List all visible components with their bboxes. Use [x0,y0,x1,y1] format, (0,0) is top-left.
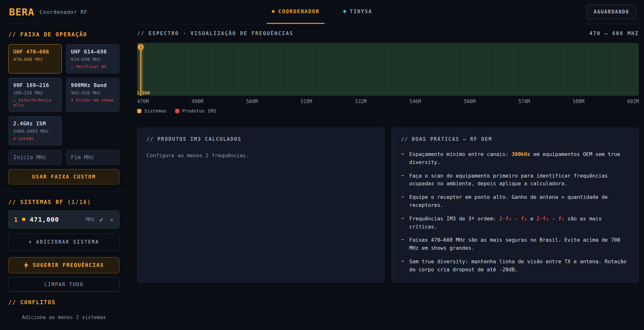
app-logo: BERA [9,6,34,18]
range-start-input[interactable] [8,150,62,165]
legend-label: Sistemas [144,108,167,113]
system-unit: MHz [86,217,95,222]
arrow-right-icon: → [401,258,409,274]
axis-tick: 504M [246,99,258,104]
brand: BERA Coordenador RF [9,0,88,24]
gridline [162,43,163,96]
tab-label: TINYSA [350,8,372,15]
gridline [363,43,363,96]
conflitos-empty-message: Adicione ao menos 2 sistemas [8,315,119,320]
gridline [589,43,589,96]
band-card-24ghz-ism[interactable]: 2.4GHz ISM 2400–2483 MHz ✗ Lotado [8,116,62,145]
gridline [438,43,439,96]
divider [0,292,128,292]
band-card-uhf-470-608[interactable]: UHF 470–608 470–608 MHz [8,44,62,73]
practice-item: →Espaçamento mínimo entre canais: 300kHz… [401,150,630,167]
im3-panel-heading: // PRODUTOS IM3 CALCULADOS [147,136,375,142]
band-card-900mhz[interactable]: 900MHz Band 902–928 MHz ✗ Evitar em show… [66,78,119,112]
status-button[interactable]: AGUARDANDO [587,5,636,19]
sidebar: // FAIXA DE OPERAÇÃO UHF 470–608 470–608… [0,24,128,330]
practice-text: Faça o scan do equipamento primeiro para… [409,172,630,188]
im3-empty-message: Configure ao menos 2 frequências. [147,152,375,159]
band-name: VHF 169–216 [13,82,57,88]
range-end-input[interactable] [66,150,119,165]
lightning-icon [24,262,29,268]
practice-text: Espaçamento mínimo entre canais: 300kHz … [409,150,630,167]
practice-item: →Equipe o receptor em ponto alto. Ganho … [401,193,630,209]
axis-tick: 518M [300,99,312,104]
axis-tick: 546M [409,99,421,104]
band-name: UHF 470–608 [13,49,57,55]
spectrum-axis: 476M490M504M518M532M546M560M574M588M602M [137,99,639,104]
gridline [514,43,514,96]
practice-text: Faixas 470–608 MHz são as mais seguras n… [409,236,630,252]
band-status: ⚠ Verificar 4G [71,64,115,69]
axis-tick: 490M [192,99,203,104]
confirm-system-button[interactable]: ✓ [99,215,104,224]
axis-tick: 532M [355,99,366,104]
band-range: 169–216 MHz [13,90,57,95]
band-card-uhf-614-698[interactable]: UHF 614–698 614–698 MHz ⚠ Verificar 4G [66,44,119,73]
band-status: ✗ Lotado [13,136,57,141]
practice-text: Equipe o receptor em ponto alto. Ganho d… [409,193,630,209]
conflitos-heading: // CONFLITOS [8,299,119,306]
spectrum-legend: SistemasProdutos IM3 [137,108,639,113]
practice-item: →Faça o scan do equipamento primeiro par… [401,172,630,188]
gridline [213,43,213,96]
arrow-right-icon: → [401,236,409,252]
gridline [288,43,288,96]
suggest-frequencies-label: SUGERIR FREQUÊNCIAS [33,262,104,268]
legend-swatch-icon [137,109,141,113]
practice-text: Sem true diversity: mantenha linha de vi… [409,258,630,274]
band-name: 900MHz Band [71,82,115,88]
gridline [413,43,413,96]
axis-tick: 560M [464,99,476,104]
sistemas-count: (1/16) [68,199,91,205]
sistemas-heading-text: // SISTEMAS RF [8,199,63,205]
best-practices-list: →Espaçamento mínimo entre canais: 300kHz… [401,150,630,274]
marker-line [140,49,141,96]
main-content: // ESPECTRO · VISUALIZAÇÃO DE FREQUÊNCIA… [128,24,644,330]
system-index: 1 [14,216,18,223]
conflitos-section: // CONFLITOS Adicione ao menos 2 sistema… [8,292,119,326]
panels-row: // PRODUTOS IM3 CALCULADOS Configure ao … [137,128,639,283]
legend-item: Produtos IM3 [175,108,216,113]
remove-system-button[interactable]: ✕ [109,216,114,223]
tab-coordenador[interactable]: COORDENADOR [267,0,325,24]
band-range: 614–698 MHz [71,57,115,62]
axis-tick: 476M [137,99,149,104]
gridline [263,43,263,96]
gridline [614,43,614,96]
best-practices-panel: // BOAS PRÁTICAS — RF OEM →Espaçamento m… [392,128,639,283]
gridline [564,43,564,96]
arrow-right-icon: → [401,193,409,209]
band-range: 902–928 MHz [71,90,115,95]
suggest-frequencies-button[interactable]: SUGERIR FREQUÊNCIAS [8,257,119,274]
marker-badge: 1 [138,44,144,50]
band-card-vhf-169-216[interactable]: VHF 169–216 169–216 MHz ⚠ Interferência … [8,78,62,112]
arrow-right-icon: → [401,150,409,167]
tab-label: COORDENADOR [278,8,319,15]
custom-range-inputs [8,150,119,165]
gridline [463,43,464,96]
gridline [338,43,338,96]
system-row: 1 471,000 MHz ✓ ✕ [8,210,119,228]
spectrum-header: // ESPECTRO · VISUALIZAÇÃO DE FREQUÊNCIA… [137,24,639,43]
best-practices-heading: // BOAS PRÁTICAS — RF OEM [401,136,630,142]
system-dot-icon [22,218,25,221]
layout: // FAIXA DE OPERAÇÃO UHF 470–608 470–608… [0,24,644,330]
band-status: ⚠ Interferência alta [13,98,57,107]
legend-swatch-icon [175,109,179,113]
gridline [313,43,313,96]
gridline [388,43,388,96]
marker-frequency-label: 471.000 [137,90,150,95]
faixa-heading: // FAIXA DE OPERAÇÃO [8,31,119,38]
tab-tinysa[interactable]: TINYSA [338,0,377,24]
clear-all-button[interactable]: LIMPAR TUDO [8,277,119,292]
practice-item: →Sem true diversity: mantenha linha de v… [401,258,630,274]
use-custom-range-button[interactable]: USAR FAIXA CUSTOM [8,169,119,184]
axis-tick: 602M [627,99,639,104]
app-title: Coordenador RF [40,9,88,15]
sistemas-heading: // SISTEMAS RF (1/16) [8,199,119,205]
add-system-button[interactable]: + ADICIONAR SISTEMA [8,234,119,251]
